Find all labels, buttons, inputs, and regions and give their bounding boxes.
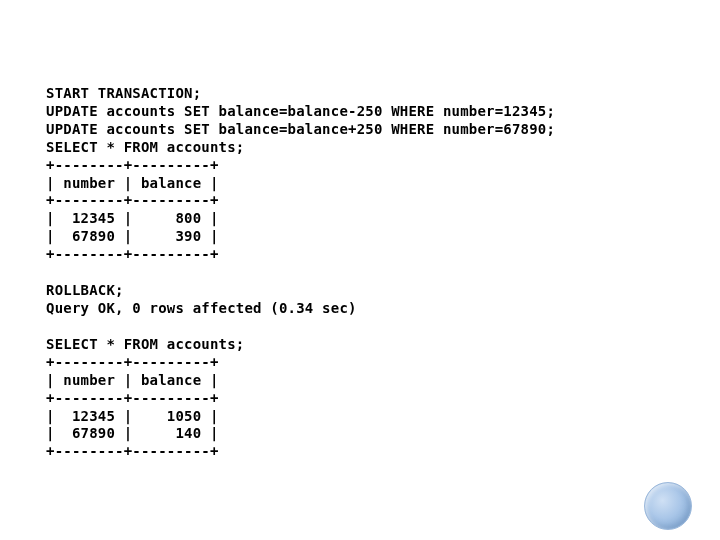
decorative-sphere-icon (644, 482, 692, 530)
sql-transaction-block: START TRANSACTION; UPDATE accounts SET b… (46, 85, 680, 264)
slide: START TRANSACTION; UPDATE accounts SET b… (0, 0, 720, 540)
sql-select-after-block: SELECT * FROM accounts; +--------+------… (46, 336, 680, 461)
sql-rollback-block: ROLLBACK; Query OK, 0 rows affected (0.3… (46, 282, 680, 318)
